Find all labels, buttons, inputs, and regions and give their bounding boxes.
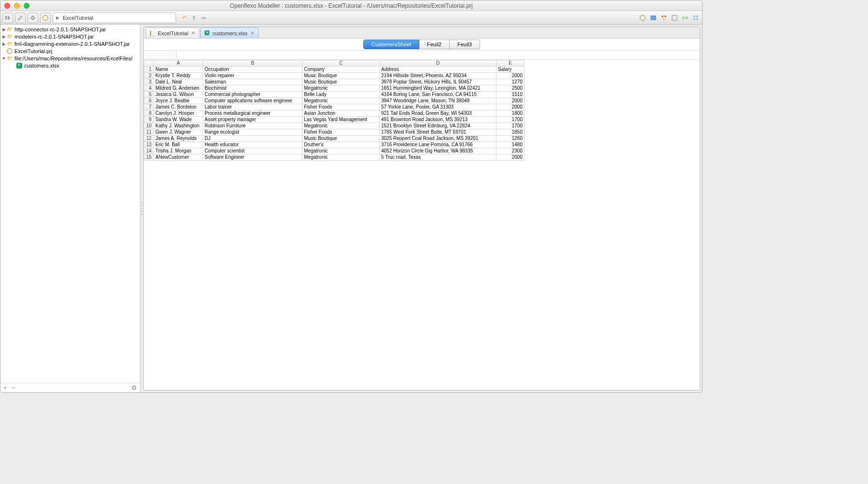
table-row[interactable]: 7James C. BordelonLabor trainerFisher Fo…: [144, 104, 524, 111]
cell[interactable]: Software Engineer: [203, 154, 303, 161]
cell[interactable]: Health educator: [203, 142, 303, 148]
formula-input[interactable]: [177, 51, 700, 59]
cell[interactable]: 1260: [496, 136, 524, 142]
tree-item[interactable]: ExcelTutorial.prj: [0, 47, 140, 55]
disclosure-down-icon[interactable]: ▼: [1, 56, 6, 61]
perspective-icon-1[interactable]: [638, 14, 647, 22]
cell[interactable]: ANewCustomer: [154, 154, 203, 161]
cell[interactable]: Name: [154, 67, 203, 73]
cell[interactable]: Occupation: [203, 67, 303, 73]
column-header[interactable]: E: [496, 60, 524, 67]
row-header[interactable]: 6: [144, 98, 154, 104]
cell[interactable]: Violin repairer: [203, 73, 303, 79]
column-header[interactable]: B: [203, 60, 303, 67]
row-header[interactable]: 12: [144, 136, 154, 142]
cell[interactable]: 1521 Brooklyn Street Edinburg, VA 22824: [380, 123, 496, 129]
tree-item[interactable]: customers.xlsx: [0, 62, 140, 69]
table-row[interactable]: 9Sandra W. WadeAsset property managerLas…: [144, 117, 524, 123]
disclosure-right-icon[interactable]: ▶: [1, 41, 6, 46]
row-header[interactable]: 11: [144, 129, 154, 136]
table-row[interactable]: 1NameOccupationCompanyAddressSalary: [144, 67, 524, 73]
cell[interactable]: 491 Brownton Road Jackson, MS 39213: [380, 117, 496, 123]
cell[interactable]: James C. Bordelon: [154, 104, 203, 111]
cell[interactable]: 2000: [496, 154, 524, 161]
cell[interactable]: Belle Lady: [303, 92, 380, 98]
sheet-feuil3[interactable]: Feuil3: [450, 40, 480, 49]
cell[interactable]: 1800: [496, 111, 524, 117]
row-header[interactable]: 2: [144, 73, 154, 79]
row-header[interactable]: 3: [144, 79, 154, 85]
cell[interactable]: 5 Truc road, Texas: [380, 154, 496, 161]
cell[interactable]: 921 Tail Ends Road, Green Bay, WI 54303: [380, 111, 496, 117]
perspective-icon-2[interactable]: [649, 14, 658, 22]
column-header[interactable]: C: [303, 60, 380, 67]
cell[interactable]: 1270: [496, 79, 524, 85]
cell[interactable]: Jessica G. Wilson: [154, 92, 203, 98]
cell[interactable]: Biochimist: [203, 85, 303, 92]
titlebar[interactable]: Openflexo Modeller : customers.xlsx - Ex…: [0, 0, 702, 11]
cell[interactable]: 2000: [496, 98, 524, 104]
row-header[interactable]: 9: [144, 117, 154, 123]
cell[interactable]: Salesman: [203, 79, 303, 85]
cell[interactable]: 3947 Woodridge Lane, Mason, TN 38049: [380, 98, 496, 104]
nav-forward-icon[interactable]: ➡: [199, 14, 208, 22]
gear-icon[interactable]: [28, 13, 38, 23]
cell[interactable]: 2500: [496, 85, 524, 92]
cell[interactable]: 4164 Boring Lane, San Francisco, CA 9411…: [380, 92, 496, 98]
perspective-icon-5[interactable]: [681, 14, 689, 22]
spreadsheet-grid[interactable]: A B C D E 1NameOccupationCompanyAddressS…: [144, 60, 700, 390]
cell[interactable]: 3716 Providence Lane Pomona, CA 91766: [380, 142, 496, 148]
table-row[interactable]: 15ANewCustomerSoftware EngineerMegatroni…: [144, 154, 524, 161]
cell[interactable]: Sandra W. Wade: [154, 117, 203, 123]
row-header[interactable]: 4: [144, 85, 154, 92]
cell[interactable]: 1700: [496, 123, 524, 129]
table-row[interactable]: 12James A. ReynoldsDJMusic Boutique3025 …: [144, 136, 524, 142]
cell[interactable]: Megatronic: [303, 98, 380, 104]
cell[interactable]: Eric M. Ball: [154, 142, 203, 148]
cell[interactable]: 1700: [496, 117, 524, 123]
cell[interactable]: Joyce J. Beattie: [154, 98, 203, 104]
table-row[interactable]: 14Trisha J. MorganComputer scientistMega…: [144, 148, 524, 154]
cell[interactable]: Gwen J. Wagner: [154, 129, 203, 136]
disclosure-right-icon[interactable]: ▶: [1, 34, 6, 39]
table-row[interactable]: 5Jessica G. WilsonCommercial photographe…: [144, 92, 524, 98]
cell[interactable]: Druther's: [303, 142, 380, 148]
row-header[interactable]: 10: [144, 123, 154, 129]
cell[interactable]: Trisha J. Morgan: [154, 148, 203, 154]
sheet-customers[interactable]: CustomersSheet: [363, 40, 419, 49]
footer-gear-icon[interactable]: ⚙: [131, 384, 137, 391]
nav-back-icon[interactable]: ↶: [180, 14, 189, 22]
cell[interactable]: Commercial photographer: [203, 92, 303, 98]
collapse-all-icon[interactable]: [2, 13, 13, 23]
cell[interactable]: Range ecologist: [203, 129, 303, 136]
disclosure-right-icon[interactable]: ▶: [1, 27, 6, 32]
cell[interactable]: Music Boutique: [303, 136, 380, 142]
add-button[interactable]: +: [3, 384, 7, 391]
perspective-icon-3[interactable]: [660, 14, 668, 22]
cell[interactable]: Kathy J. Washington: [154, 123, 203, 129]
remove-button[interactable]: −: [12, 384, 16, 391]
cell[interactable]: Music Boutique: [303, 79, 380, 85]
cell[interactable]: Asian Junction: [303, 111, 380, 117]
edit-icon[interactable]: [15, 13, 26, 23]
cell[interactable]: Music Boutique: [303, 73, 380, 79]
cell[interactable]: 3025 Reppert Coal Road Jackson, MS 39201: [380, 136, 496, 142]
cell[interactable]: Carolyn J. Hooper: [154, 111, 203, 117]
row-header[interactable]: 15: [144, 154, 154, 161]
cell[interactable]: DJ: [203, 136, 303, 142]
cell[interactable]: Robinson Furniture: [203, 123, 303, 129]
cell[interactable]: Dale L. Neal: [154, 79, 203, 85]
cell[interactable]: 4052 Horizon Circle Gig Harbor, WA 98335: [380, 148, 496, 154]
name-box[interactable]: [144, 51, 177, 59]
cell[interactable]: Megatronic: [303, 85, 380, 92]
tab-customers[interactable]: customers.xlsx ✕: [200, 28, 259, 38]
row-header[interactable]: 8: [144, 111, 154, 117]
nav-up-icon[interactable]: ⬆: [190, 14, 198, 22]
cell[interactable]: Process metallurgical engineer: [203, 111, 303, 117]
cell[interactable]: 2194 Hillside Street, Phoenix, AZ 85034: [380, 73, 496, 79]
tree-item[interactable]: ▶modelers-rc-2.0.1-SNAPSHOT.jar: [0, 33, 140, 40]
row-header[interactable]: 1: [144, 67, 154, 73]
project-tree[interactable]: ▶http-connector-rc-2.0.1-SNAPSHOT.jar ▶m…: [0, 25, 140, 383]
cell[interactable]: Las Vegas Yard Management: [303, 117, 380, 123]
table-row[interactable]: 3Dale L. NealSalesmanMusic Boutique3978 …: [144, 79, 524, 85]
